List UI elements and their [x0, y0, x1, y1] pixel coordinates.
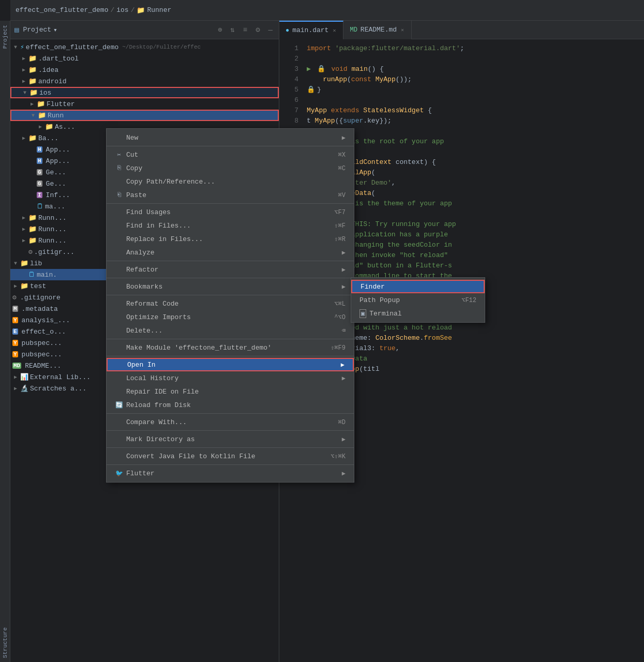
- menu-convert-java-shortcut: ⌥⇧⌘K: [331, 453, 346, 460]
- submenu-terminal[interactable]: ▣ Terminal: [351, 307, 485, 320]
- menu-optimize[interactable]: Optimize Imports ^⌥O: [107, 310, 354, 324]
- menu-find-usages[interactable]: Find Usages ⌥F7: [107, 205, 354, 219]
- menu-delete[interactable]: Delete... ⌫: [107, 324, 354, 337]
- menu-sep-1: [107, 146, 354, 146]
- breadcrumb-part-3[interactable]: Runner: [147, 6, 171, 14]
- ge2-icon: G: [37, 180, 42, 187]
- menu-copy-path[interactable]: Copy Path/Reference...: [107, 175, 354, 188]
- flutter-folder-icon: 📁: [37, 100, 45, 108]
- toolbar-minimize-icon[interactable]: —: [266, 25, 275, 35]
- menu-copy-icon: ⎘: [115, 164, 123, 172]
- code-line-32: a MaterialApp(titl: [307, 364, 644, 374]
- toolbar-globe-icon[interactable]: ⊕: [216, 24, 224, 35]
- menu-refactor[interactable]: Refactor ▶: [107, 263, 354, 276]
- test-icon: 📁: [20, 282, 28, 290]
- breadcrumb-part-2[interactable]: ios: [116, 6, 128, 14]
- breadcrumb-sep-1: /: [110, 6, 114, 14]
- menu-cut[interactable]: ✂ Cut ⌘X: [107, 148, 354, 161]
- tree-flutter-folder[interactable]: ▶ 📁 Flutter: [10, 98, 279, 110]
- toolbar-sort-icon[interactable]: ⇅: [228, 24, 236, 35]
- scratches-arrow: ▶: [12, 385, 19, 392]
- code-line-12: et build(BuildContext context) {: [307, 157, 644, 168]
- submenu-finder-label: Finder: [361, 283, 385, 291]
- menu-find-files-shortcut: ⇧⌘F: [334, 222, 346, 230]
- menu-copy[interactable]: ⎘ Copy ⌘C: [107, 161, 354, 175]
- ios-icon: 📁: [29, 88, 38, 97]
- menu-optimize-label: Optimize Imports: [126, 313, 191, 321]
- menu-open-in[interactable]: Open In ▶: [107, 358, 354, 371]
- submenu-open-in: Finder Path Popup ⌥F12 ▣ Terminal: [351, 277, 485, 323]
- menu-find-files[interactable]: Find in Files... ⇧⌘F: [107, 219, 354, 232]
- runner3-label: Runn...: [38, 225, 67, 233]
- code-line-2: [307, 54, 644, 64]
- tree-root[interactable]: ▼ ⚡ effect_one_flutter_demo ~/Desktop/Fu…: [10, 41, 279, 53]
- menu-flutter-arrow: ▶: [342, 470, 346, 477]
- menu-compare[interactable]: Compare With... ⌘D: [107, 415, 354, 429]
- runner3-icon: 📁: [28, 225, 37, 233]
- ba-icon: 📁: [28, 134, 37, 142]
- submenu-path-shortcut: ⌥F12: [461, 296, 476, 304]
- external-arrow: ▶: [12, 374, 19, 380]
- toolbar-filter-icon[interactable]: ≡: [241, 25, 249, 35]
- project-sidebar-tab[interactable]: Project: [1, 21, 9, 53]
- inf-icon: I: [37, 192, 42, 198]
- menu-analyze[interactable]: Analyze ▶: [107, 246, 354, 259]
- code-line-10: his widget is the root of your app: [307, 137, 644, 147]
- menu-bookmarks[interactable]: Bookmarks ▶: [107, 280, 354, 293]
- code-line-13: turn MaterialApp(: [307, 168, 644, 178]
- pubspec1-label: pubspec...: [22, 339, 62, 347]
- tree-idea[interactable]: ▶ 📁 .idea: [10, 64, 279, 76]
- toolbar-settings-icon[interactable]: ⚙: [253, 24, 262, 35]
- submenu-path-popup[interactable]: Path Popup ⌥F12: [351, 293, 485, 307]
- menu-analyze-arrow: ▶: [342, 249, 346, 257]
- tab-dart-close[interactable]: ✕: [332, 26, 337, 35]
- menu-replace-shortcut: ⇧⌘R: [334, 235, 346, 243]
- breadcrumb-part-1[interactable]: effect_one_flutter_demo: [16, 6, 108, 14]
- main-dart-icon: 🗒: [37, 203, 43, 210]
- android-label: android: [38, 78, 67, 85]
- menu-paste[interactable]: ⎗ Paste ⌘V: [107, 188, 354, 202]
- runner3-arrow: ▶: [21, 226, 27, 232]
- project-dropdown-icon[interactable]: ▾: [53, 26, 57, 34]
- menu-local-history[interactable]: Local History ▶: [107, 371, 354, 385]
- menu-flutter[interactable]: 🐦 Flutter ▶: [107, 467, 354, 480]
- code-line-31: ), // ThemeData: [307, 354, 644, 364]
- code-line-29: colorScheme: ColorScheme.fromSee: [307, 333, 644, 343]
- menu-paste-label: Paste: [126, 191, 146, 199]
- menu-delete-shortcut: ⌫: [342, 327, 346, 335]
- menu-reload-disk[interactable]: 🔄 Reload from Disk: [107, 398, 354, 412]
- code-line-21: // and then invoke "hot reload": [307, 250, 644, 261]
- app1-label: App...: [46, 146, 70, 154]
- menu-sep-5: [107, 295, 354, 295]
- menu-new[interactable]: New ▶: [107, 131, 354, 144]
- menu-replace-files[interactable]: Replace in Files... ⇧⌘R: [107, 232, 354, 246]
- metadata-icon: M: [12, 306, 18, 312]
- menu-mark-dir[interactable]: Mark Directory as ▶: [107, 432, 354, 446]
- tree-android[interactable]: ▶ 📁 android: [10, 76, 279, 87]
- tree-ios[interactable]: ▼ 📁 ios: [10, 87, 279, 98]
- menu-copy-label: Copy: [126, 164, 142, 172]
- code-line-19: // the application has a purple: [307, 230, 644, 240]
- tree-runner[interactable]: ▼ 📁 Runn: [10, 110, 279, 121]
- menu-new-arrow: ▶: [342, 134, 346, 142]
- tab-readme[interactable]: MD README.md ✕: [343, 21, 412, 39]
- menu-analyze-label: Analyze: [126, 249, 155, 257]
- android-arrow: ▶: [21, 78, 27, 84]
- tree-dart-tool[interactable]: ▶ 📁 .dart_tool: [10, 53, 279, 64]
- tab-md-close[interactable]: ✕: [400, 26, 405, 34]
- root-arrow: ▼: [12, 44, 19, 50]
- menu-convert-java[interactable]: Convert Java File to Kotlin File ⌥⇧⌘K: [107, 449, 354, 463]
- tab-main-dart[interactable]: ● main.dart ✕: [279, 21, 343, 39]
- menu-sep-3: [107, 261, 354, 261]
- menu-repair-ide[interactable]: Repair IDE on File: [107, 385, 354, 398]
- menu-make-module[interactable]: Make Module 'effectone_flutter_demo' ⇧⌘F…: [107, 341, 354, 354]
- assets-label: As...: [55, 123, 75, 131]
- runner-label: Runn: [48, 112, 64, 119]
- analysis-label: analysis_...: [22, 317, 70, 324]
- submenu-finder[interactable]: Finder: [351, 280, 485, 293]
- menu-flutter-label: Flutter: [126, 470, 155, 477]
- assets-icon: 📁: [45, 123, 53, 131]
- menu-reformat[interactable]: Reformat Code ⌥⌘L: [107, 297, 354, 310]
- structure-sidebar-tab[interactable]: Structure: [1, 623, 9, 662]
- code-line-6: [307, 95, 644, 106]
